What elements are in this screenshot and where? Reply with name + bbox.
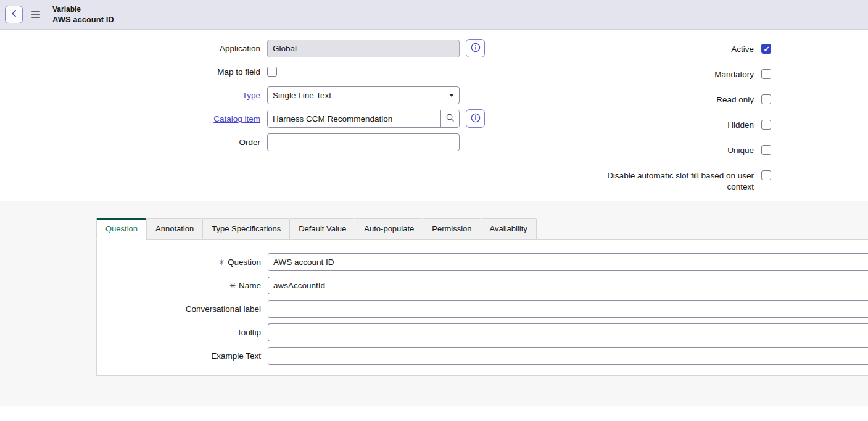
- application-row: Application: [0, 39, 494, 57]
- asterisk-icon: ✳: [218, 259, 225, 266]
- unique-row: Unique: [494, 145, 771, 156]
- info-circle-icon: [471, 113, 481, 125]
- hidden-row: Hidden: [494, 120, 771, 130]
- tab-type-specifications[interactable]: Type Specifications: [202, 218, 289, 240]
- tab-question[interactable]: Question: [96, 218, 146, 240]
- tab-bar: Question Annotation Type Specifications …: [96, 218, 868, 239]
- tab-auto-populate[interactable]: Auto-populate: [355, 218, 423, 240]
- order-label: Order: [0, 137, 267, 148]
- tooltip-row: Tooltip: [97, 323, 868, 341]
- conversational-label-label: Conversational label: [186, 304, 261, 314]
- question-input[interactable]: [268, 253, 868, 271]
- mandatory-row: Mandatory: [494, 69, 771, 80]
- disable-slot-fill-checkbox[interactable]: [761, 170, 771, 180]
- map-to-field-label: Map to field: [0, 67, 267, 77]
- order-row: Order: [0, 133, 494, 151]
- info-circle-icon: [471, 43, 481, 54]
- tab-default-value[interactable]: Default Value: [289, 218, 355, 240]
- catalog-item-info-button[interactable]: [466, 109, 485, 128]
- tabs-section: Question Annotation Type Specifications …: [0, 201, 868, 406]
- type-select-wrap: Single Line Text: [267, 86, 460, 104]
- order-input[interactable]: [267, 133, 460, 151]
- name-row: ✳ Name: [97, 277, 868, 294]
- asterisk-icon: ✳: [229, 282, 236, 290]
- name-input[interactable]: [268, 277, 868, 294]
- type-select[interactable]: Single Line Text: [267, 86, 460, 104]
- map-to-field-checkbox[interactable]: [267, 67, 277, 77]
- hidden-checkbox[interactable]: [761, 120, 771, 130]
- read-only-checkbox[interactable]: [761, 94, 771, 104]
- conversational-label-row: Conversational label: [97, 300, 868, 318]
- catalog-item-lookup-button[interactable]: [440, 110, 459, 127]
- disable-slot-fill-label: Disable automatic slot fill based on use…: [600, 170, 754, 193]
- form-right-column: Active Mandatory Read only Hidden Unique…: [494, 39, 868, 201]
- unique-checkbox[interactable]: [761, 145, 771, 155]
- form-left-column: Application Map to field Type Single Lin…: [0, 39, 494, 201]
- hamburger-menu-icon[interactable]: [31, 9, 43, 20]
- mandatory-label: Mandatory: [714, 69, 754, 80]
- question-row: ✳ Question: [97, 253, 868, 271]
- application-input[interactable]: [267, 40, 460, 57]
- page-title: Variable AWS account ID: [52, 5, 114, 25]
- disable-slot-fill-row: Disable automatic slot fill based on use…: [494, 170, 771, 193]
- unique-label: Unique: [727, 145, 754, 156]
- record-type-title: Variable: [52, 5, 114, 14]
- name-label: Name: [239, 280, 261, 291]
- catalog-item-reference-field: [267, 110, 460, 128]
- catalog-item-label-link[interactable]: Catalog item: [213, 114, 260, 123]
- bottom-strip: [0, 406, 868, 421]
- header-bar: Variable AWS account ID: [0, 0, 868, 30]
- magnifier-icon: [445, 113, 455, 124]
- conversational-label-input[interactable]: [268, 300, 868, 318]
- type-row: Type Single Line Text: [0, 86, 494, 104]
- catalog-item-row: Catalog item: [0, 109, 494, 128]
- application-label: Application: [0, 43, 267, 54]
- active-label: Active: [731, 44, 754, 54]
- chevron-left-icon: [9, 9, 19, 20]
- question-tab-panel: ✳ Question ✳ Name Conversational label T…: [96, 239, 868, 376]
- tooltip-label: Tooltip: [237, 327, 261, 338]
- back-button[interactable]: [5, 6, 23, 23]
- example-text-row: Example Text: [97, 347, 868, 365]
- example-text-input[interactable]: [268, 347, 868, 365]
- record-name-title: AWS account ID: [52, 15, 114, 25]
- catalog-item-input[interactable]: [268, 110, 440, 127]
- example-text-label: Example Text: [211, 351, 261, 361]
- application-info-button[interactable]: [466, 39, 485, 57]
- mandatory-checkbox[interactable]: [761, 69, 771, 79]
- read-only-row: Read only: [494, 94, 771, 105]
- map-to-field-row: Map to field: [0, 62, 494, 81]
- hidden-label: Hidden: [727, 120, 754, 130]
- tooltip-input[interactable]: [268, 323, 868, 341]
- type-label-link[interactable]: Type: [242, 91, 260, 100]
- question-label: Question: [228, 257, 261, 267]
- read-only-label: Read only: [716, 94, 754, 105]
- tab-permission[interactable]: Permission: [423, 218, 480, 240]
- tab-availability[interactable]: Availability: [481, 218, 537, 240]
- tab-annotation[interactable]: Annotation: [146, 218, 202, 240]
- active-checkbox[interactable]: [761, 44, 771, 54]
- variable-form: Application Map to field Type Single Lin…: [0, 30, 868, 201]
- active-row: Active: [494, 44, 771, 54]
